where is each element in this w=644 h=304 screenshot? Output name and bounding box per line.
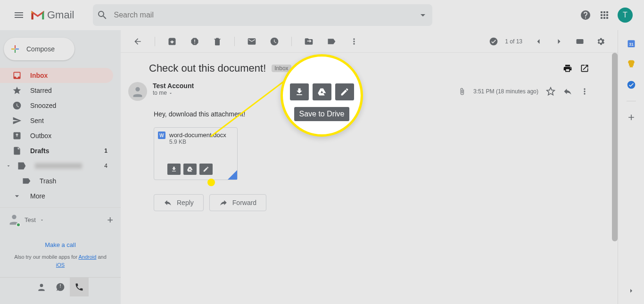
labels-button[interactable]: [322, 32, 341, 51]
svg-point-2: [490, 37, 498, 45]
search-input[interactable]: [108, 11, 417, 19]
outbox-icon: [12, 131, 22, 140]
input-tools-button[interactable]: [570, 32, 589, 51]
sidebar-item-snoozed[interactable]: Snoozed: [0, 98, 113, 113]
message-counter: 1 of 13: [505, 38, 522, 45]
apps-icon[interactable]: [599, 9, 610, 21]
move-button[interactable]: [299, 32, 318, 51]
sidebar-item-label: Outbox: [30, 132, 51, 140]
ios-link[interactable]: iOS: [56, 262, 65, 268]
logo-text: Gmail: [47, 9, 74, 21]
zoom-download-button: [290, 83, 309, 100]
hangouts-username: Test: [25, 216, 36, 223]
svg-point-4: [135, 87, 140, 91]
android-link[interactable]: Android: [79, 254, 97, 260]
attachment-drive-button[interactable]: [183, 164, 197, 175]
forward-label: Forward: [232, 199, 256, 206]
sidebar-item-inbox[interactable]: Inbox: [0, 68, 113, 83]
hangouts-person-tab[interactable]: [32, 278, 51, 296]
hangouts-phone-tab[interactable]: [70, 278, 89, 296]
svg-text:31: 31: [629, 42, 634, 47]
reply-icon[interactable]: [563, 87, 572, 96]
sidebar-item-label: Sent: [30, 117, 44, 124]
sidebar-item-more[interactable]: More: [0, 189, 113, 204]
message-toolbar: 1 of 13: [121, 30, 618, 53]
archive-button[interactable]: [163, 32, 182, 51]
reply-label: Reply: [177, 199, 194, 206]
send-icon: [12, 116, 22, 125]
snooze-button[interactable]: [265, 32, 284, 51]
attachment-edit-button[interactable]: [199, 164, 213, 175]
svg-point-1: [40, 284, 43, 287]
svg-point-7: [627, 81, 635, 89]
chevron-right-icon[interactable]: [627, 287, 635, 295]
sidebar-item-starred[interactable]: Starred: [0, 83, 113, 98]
sidebar-item-trash[interactable]: Trash: [0, 173, 113, 189]
sidebar-item-label-blurred: [35, 163, 82, 169]
sidebar: Compose Inbox Starred Snoozed Sent Outbo…: [0, 30, 121, 304]
sidebar-item-label: Snoozed: [30, 102, 56, 109]
word-doc-icon: W: [158, 131, 165, 139]
attachment-card[interactable]: W word-document.docx 5.9 KB Save to Driv…: [154, 127, 238, 180]
zoom-callout: Save to Drive: [281, 54, 363, 137]
star-icon[interactable]: [546, 87, 555, 96]
calendar-icon[interactable]: 31: [627, 39, 636, 48]
inbox-icon: [12, 71, 22, 80]
tasks-icon[interactable]: [627, 80, 636, 90]
support-icon[interactable]: [580, 9, 591, 21]
print-icon[interactable]: [563, 64, 572, 73]
label-icon: [22, 176, 31, 186]
sidebar-item-label: More: [30, 192, 45, 200]
sidebar-item-drafts[interactable]: Drafts 1: [0, 143, 113, 158]
sidebar-item-outbox[interactable]: Outbox: [0, 128, 113, 143]
search-dropdown-icon[interactable]: [417, 9, 429, 21]
make-call-link[interactable]: Make a call: [0, 232, 121, 253]
forward-button[interactable]: Forward: [209, 194, 266, 211]
attachment-fold-corner: [228, 170, 237, 180]
sidebar-item-label: Inbox: [30, 72, 48, 79]
sidebar-item-category[interactable]: 4: [0, 158, 113, 173]
hangouts-chat-tab[interactable]: [51, 278, 70, 296]
delete-button[interactable]: [208, 32, 227, 51]
add-icon[interactable]: [627, 113, 636, 122]
hangouts-footer: [0, 277, 121, 296]
app-header: Gmail T: [0, 0, 644, 30]
mark-unread-button[interactable]: [242, 32, 261, 51]
more-button[interactable]: [345, 32, 363, 51]
zoom-edit-button: [335, 83, 354, 100]
caret-down-icon[interactable]: [40, 218, 44, 222]
sender-to[interactable]: to me: [153, 90, 194, 96]
sidebar-item-sent[interactable]: Sent: [0, 113, 113, 128]
open-new-window-icon[interactable]: [580, 64, 589, 73]
attachment-icon: [458, 88, 466, 95]
clock-icon: [12, 101, 22, 110]
sidebar-item-label: Drafts: [30, 147, 49, 155]
sender-name: Test Account: [153, 82, 194, 90]
gmail-logo[interactable]: Gmail: [30, 9, 74, 21]
label-icon: [17, 161, 26, 171]
spam-button[interactable]: [185, 32, 204, 51]
drafts-count: 1: [104, 148, 107, 154]
back-button[interactable]: [128, 32, 147, 51]
attachment-size: 5.9 KB: [169, 139, 226, 145]
keep-icon[interactable]: [627, 59, 636, 69]
account-avatar[interactable]: T: [618, 8, 633, 23]
next-button[interactable]: [550, 32, 569, 51]
email-timestamp: 3:51 PM (18 minutes ago): [473, 88, 538, 95]
mobile-apps-text: Also try our mobile apps for Android and…: [0, 253, 121, 269]
svg-rect-3: [577, 39, 584, 44]
prev-button[interactable]: [529, 32, 548, 51]
scrollbar[interactable]: [612, 53, 618, 241]
attachment-filename: word-document.docx: [169, 131, 226, 139]
star-icon: [12, 86, 22, 95]
sidebar-item-label: Starred: [30, 87, 52, 94]
category-count: 4: [104, 163, 107, 169]
settings-button[interactable]: [591, 32, 610, 51]
menu-button[interactable]: [8, 4, 30, 26]
search-bar[interactable]: [93, 4, 432, 26]
more-icon[interactable]: [580, 87, 589, 96]
reply-button[interactable]: Reply: [154, 194, 204, 211]
hangouts-add-button[interactable]: +: [107, 214, 113, 226]
attachment-download-button[interactable]: [167, 164, 181, 175]
compose-button[interactable]: Compose: [4, 38, 74, 60]
